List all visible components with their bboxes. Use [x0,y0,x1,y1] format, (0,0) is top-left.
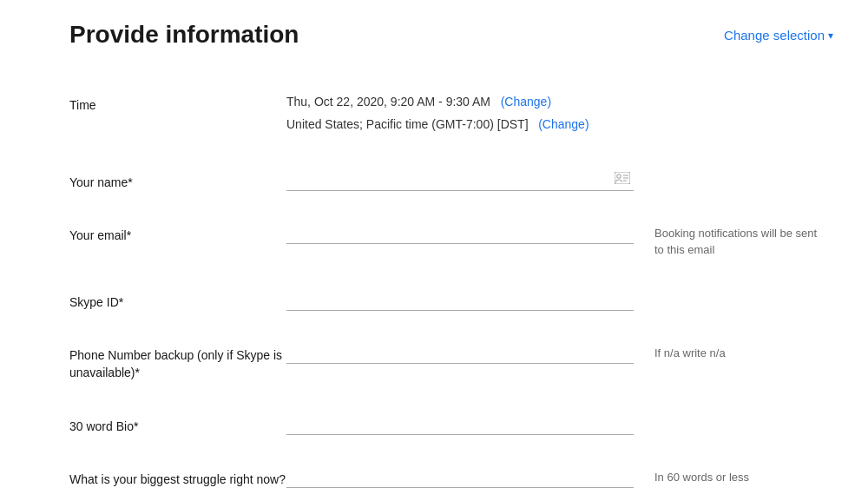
information-form: Time Thu, Oct 22, 2020, 9:20 AM - 9:30 A… [69,76,833,501]
page-container: Provide information Change selection ▾ T… [0,0,868,501]
page-header: Provide information Change selection ▾ [69,21,833,49]
skype-id-input[interactable] [286,289,634,311]
your-email-label: Your email* [69,222,286,245]
bio-row: 30 word Bio* [69,398,833,452]
your-email-input[interactable] [286,222,634,244]
phone-number-hint: If n/a write n/a [654,342,828,361]
time-change-link-1[interactable]: (Change) [501,95,551,109]
time-line1-text: Thu, Oct 22, 2020, 9:20 AM - 9:30 AM [286,95,490,109]
bio-hint [654,413,828,417]
your-name-label: Your name* [69,169,286,192]
your-name-hint [654,169,828,173]
contact-card-icon [615,172,630,188]
skype-id-field-wrapper [286,289,634,311]
skype-id-row: Skype ID* [69,274,833,327]
time-line2-text: United States; Pacific time (GMT-7:00) [… [286,117,529,131]
your-email-row: Your email* Booking notifications will b… [69,207,833,273]
bio-label: 30 word Bio* [69,413,286,436]
struggle-label: What is your biggest struggle right now? [69,466,286,489]
time-change-link-2[interactable]: (Change) [538,117,589,131]
phone-number-input[interactable] [286,342,634,364]
your-email-field-wrapper [286,222,634,244]
struggle-field-wrapper [286,466,634,488]
phone-number-label: Phone Number backup (only if Skype is un… [69,342,286,381]
bio-input[interactable] [286,413,634,435]
struggle-row: What is your biggest struggle right now?… [69,451,833,501]
your-name-field-wrapper [286,169,634,191]
page-title: Provide information [69,21,299,49]
time-line-2: United States; Pacific time (GMT-7:00) [… [286,115,833,134]
skype-id-label: Skype ID* [69,289,286,312]
time-line-1: Thu, Oct 22, 2020, 9:20 AM - 9:30 AM (Ch… [286,92,833,111]
svg-point-1 [617,175,621,178]
your-name-row: Your name* [69,154,833,208]
phone-number-row: Phone Number backup (only if Skype is un… [69,326,833,397]
chevron-down-icon: ▾ [828,30,833,42]
your-name-input[interactable] [286,169,634,191]
struggle-hint: In 60 words or less [654,466,828,485]
skype-id-hint [654,289,828,293]
bio-field-wrapper [286,413,634,435]
struggle-input[interactable] [286,466,634,488]
change-selection-button[interactable]: Change selection ▾ [724,21,833,43]
your-email-hint: Booking notifications will be sent to th… [654,222,828,257]
time-info: Thu, Oct 22, 2020, 9:20 AM - 9:30 AM (Ch… [286,92,833,138]
change-selection-label: Change selection [724,28,825,43]
time-row: Time Thu, Oct 22, 2020, 9:20 AM - 9:30 A… [69,76,833,154]
time-label: Time [69,92,286,115]
phone-number-field-wrapper [286,342,634,364]
